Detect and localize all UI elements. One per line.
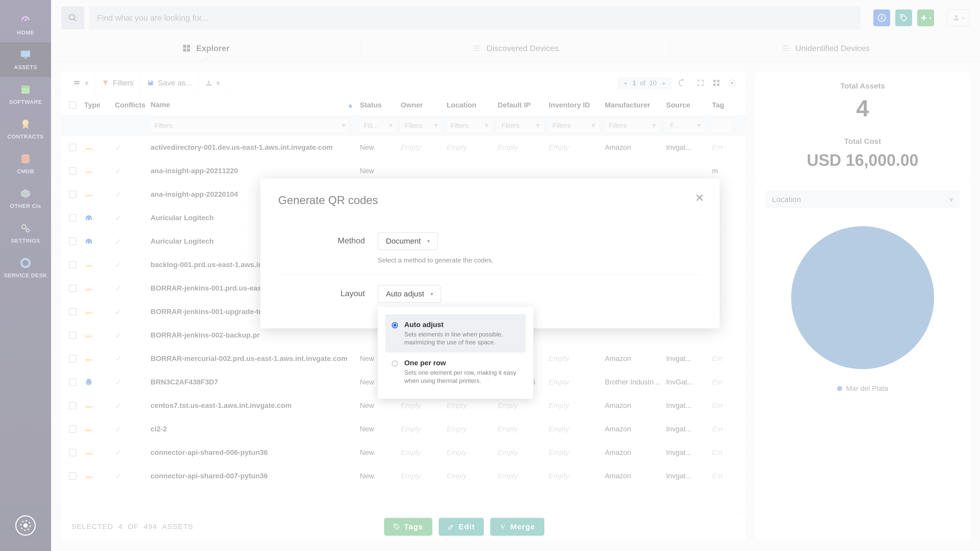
option-desc: Sets one element per row, making it easy… [404,368,519,384]
layout-option-auto[interactable]: Auto adjustSets elements in line when po… [385,314,526,353]
chevron-down-icon: ▾ [431,291,433,297]
layout-option-onerow[interactable]: One per rowSets one element per row, mak… [385,353,526,391]
qr-modal: ✕ Generate QR codes Method Document▾ Sel… [260,179,720,328]
layout-dropdown[interactable]: Auto adjust▾ [378,285,441,303]
option-title: One per row [404,359,519,367]
modal-overlay[interactable]: ✕ Generate QR codes Method Document▾ Sel… [0,0,980,551]
method-dropdown[interactable]: Document▾ [378,232,438,250]
layout-options: Auto adjustSets elements in line when po… [378,306,533,399]
modal-title: Generate QR codes [278,194,702,206]
method-label: Method [278,232,365,264]
modal-close-button[interactable]: ✕ [695,191,704,204]
layout-label: Layout [278,285,365,303]
option-desc: Sets elements in line when possible, max… [404,330,519,346]
option-title: Auto adjust [404,321,519,329]
radio-selected [392,322,398,328]
method-hint: Select a method to generate the codes. [378,256,702,264]
chevron-down-icon: ▾ [427,238,430,244]
radio-unselected [392,360,398,367]
